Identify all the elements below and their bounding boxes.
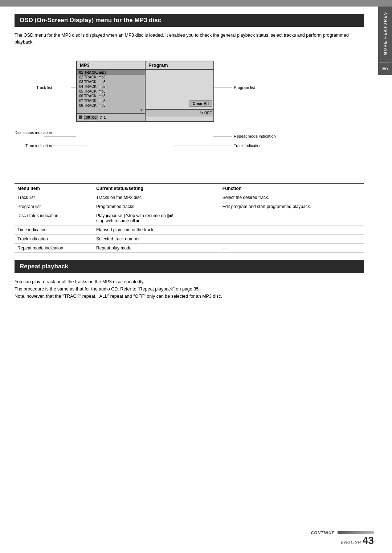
- mp3-panel: MP3 01 TRACK. mp3 02 TRACK. mp3 03 TRACK…: [77, 61, 146, 121]
- row5-item: Track indication: [15, 234, 93, 243]
- en-label: En: [379, 62, 391, 75]
- repeat-status-bar: ↻ OFF: [146, 109, 213, 117]
- repeat-text: You can play a track or all the tracks o…: [15, 278, 364, 300]
- annot-program-list: Program list: [234, 85, 255, 90]
- track-number: 1: [104, 115, 106, 119]
- row6-item: Repeat mode indication: [15, 243, 93, 252]
- info-table: Menu item Current status/setting Functio…: [15, 183, 364, 253]
- continue-footer: CONTINUE: [311, 530, 374, 535]
- row4-function: —: [220, 225, 364, 234]
- table-row: Repeat mode indication Repeat play mode …: [15, 243, 364, 252]
- row6-function: —: [220, 243, 364, 252]
- time-display: 00:00: [84, 115, 98, 120]
- osd-intro-text: The OSD menu for the MP3 disc is display…: [15, 32, 364, 46]
- col-current-status: Current status/setting: [93, 184, 220, 193]
- repeat-section-title: Repeat playback: [20, 263, 68, 270]
- program-panel-header: Program: [146, 61, 213, 70]
- table-row: Track list Tracks on the MP3 disc Select…: [15, 193, 364, 202]
- repeat-section-header: Repeat playback: [15, 260, 364, 273]
- row2-item: Program list: [15, 202, 93, 211]
- repeat-off-label: OFF: [204, 111, 212, 115]
- row3-status: Play ▶/pause ‖/stop with resume on ‖■/st…: [93, 211, 220, 225]
- row3-item: Disc status indication: [15, 211, 93, 225]
- more-features-label: MORE FEATURES: [380, 7, 390, 61]
- row4-status: Elapsed play time of the track: [93, 225, 220, 234]
- table-row: Time indication Elapsed play time of the…: [15, 225, 364, 234]
- clear-all-button[interactable]: Clear All: [189, 100, 212, 107]
- continue-label: CONTINUE: [311, 530, 335, 535]
- row3-function: —: [220, 211, 364, 225]
- program-panel-content: Clear All: [146, 70, 213, 109]
- repeat-para-3: Note, however, that the "TRACK" repeat, …: [15, 293, 364, 300]
- row2-status: Programmed tracks: [93, 202, 220, 211]
- row6-status: Repeat play mode: [93, 243, 220, 252]
- repeat-para-2: The procedure is the same as that for th…: [15, 285, 364, 293]
- row5-function: —: [220, 234, 364, 243]
- track-item-3[interactable]: 03 TRACK. mp3: [77, 80, 145, 84]
- track-item-7[interactable]: 07 TRACK. mp3: [77, 98, 145, 103]
- repeat-para-1: You can play a track or all the tracks o…: [15, 278, 364, 285]
- annot-track-indication: Track indication: [234, 143, 262, 148]
- track-list-inner: 01 TRACK. mp3 02 TRACK. mp3 03 TRACK. mp…: [77, 70, 145, 113]
- program-panel: Program Clear All ↻ OFF: [146, 61, 213, 121]
- annot-track-list: Track list: [36, 85, 52, 90]
- page-number: 43: [363, 535, 374, 546]
- col-menu-item: Menu item: [15, 184, 93, 193]
- row1-function: Select the desired track.: [220, 193, 364, 202]
- row1-status: Tracks on the MP3 disc: [93, 193, 220, 202]
- row4-item: Time indication: [15, 225, 93, 234]
- main-content: OSD (On-Screen Display) menu for the MP3…: [0, 7, 378, 314]
- top-bar: [0, 0, 392, 7]
- track-item-2[interactable]: 02 TRACK. mp3: [77, 75, 145, 80]
- osd-status-bar: 00:00 𝑇 1: [77, 113, 145, 121]
- right-sidebar: MORE FEATURES En: [378, 7, 392, 75]
- annot-disc-status-1: Disc status indication: [15, 130, 52, 135]
- english-label: ENGLISH: [341, 540, 361, 545]
- osd-section-title: OSD (On-Screen Display) menu for the MP3…: [20, 17, 161, 24]
- mp3-panel-header: MP3: [77, 61, 145, 70]
- page-number-area: ENGLISH 43: [341, 535, 374, 546]
- track-item-6[interactable]: 06 TRACK. mp3: [77, 94, 145, 98]
- track-item-8[interactable]: 08 TRACK. mp3: [77, 103, 145, 108]
- track-icon: 𝑇: [100, 115, 102, 120]
- table-row: Program list Programmed tracks Edit prog…: [15, 202, 364, 211]
- table-row: Disc status indication Play ▶/pause ‖/st…: [15, 211, 364, 225]
- osd-screen: MP3 01 TRACK. mp3 02 TRACK. mp3 03 TRACK…: [76, 61, 214, 122]
- row5-status: Selected track number: [93, 234, 220, 243]
- osd-section-header: OSD (On-Screen Display) menu for the MP3…: [15, 14, 364, 27]
- repeat-section: Repeat playback You can play a track or …: [15, 260, 364, 300]
- annot-repeat-mode: Repeat mode indication: [234, 134, 276, 138]
- table-row: Track indication Selected track number —: [15, 234, 364, 243]
- stop-icon: [79, 115, 82, 119]
- row1-item: Track list: [15, 193, 93, 202]
- repeat-icon: ↻: [200, 111, 203, 115]
- track-item-1[interactable]: 01 TRACK. mp3: [77, 70, 145, 75]
- track-item-5[interactable]: 05 TRACK. mp3: [77, 89, 145, 94]
- scroll-down-icon: ▼: [77, 108, 145, 113]
- track-item-4[interactable]: 04 TRACK. mp3: [77, 84, 145, 89]
- col-function: Function: [220, 184, 364, 193]
- row2-function: Edit program and start programmed playba…: [220, 202, 364, 211]
- diagram-container: MP3 01 TRACK. mp3 02 TRACK. mp3 03 TRACK…: [15, 53, 364, 177]
- continue-arrow: [338, 531, 374, 534]
- annot-time-indication: Time indication: [25, 143, 52, 148]
